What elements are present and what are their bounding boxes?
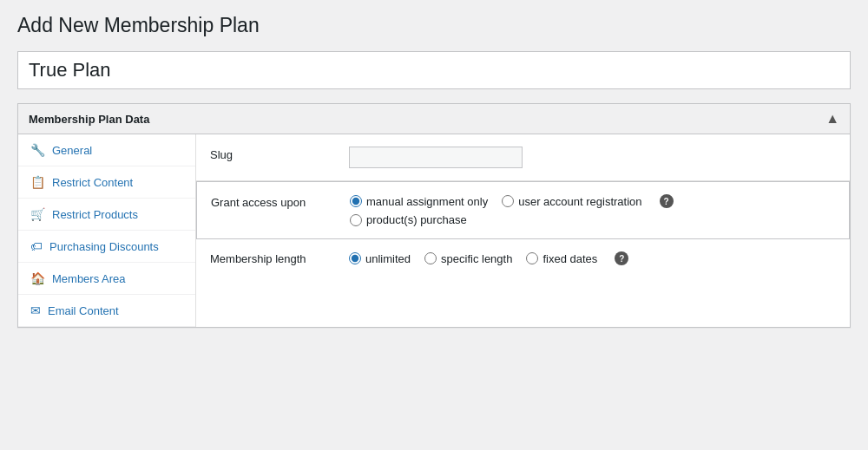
grant-manual-label: manual assignment only bbox=[366, 195, 488, 208]
length-specific-option[interactable]: specific length bbox=[424, 252, 512, 265]
grant-purchase-radio[interactable] bbox=[350, 214, 362, 226]
grant-access-inner: Grant access upon manual assignment only… bbox=[211, 194, 835, 226]
grant-access-label: Grant access upon bbox=[211, 194, 350, 209]
metabox-body: 🔧 General 📋 Restrict Content 🛒 Restrict … bbox=[18, 134, 850, 327]
length-options: unlimited specific length fixed dates ? bbox=[349, 251, 628, 265]
sidebar-item-purchasing-discounts[interactable]: 🏷 Purchasing Discounts bbox=[18, 231, 195, 263]
grant-registration-label: user account registration bbox=[518, 195, 641, 208]
slug-input[interactable] bbox=[349, 147, 523, 168]
grant-access-help-icon[interactable]: ? bbox=[660, 194, 674, 208]
members-area-icon: 🏠 bbox=[30, 271, 45, 285]
sidebar-item-members-area[interactable]: 🏠 Members Area bbox=[18, 263, 195, 295]
sidebar-item-restrict-products[interactable]: 🛒 Restrict Products bbox=[18, 199, 195, 231]
plan-name-input[interactable]: True Plan bbox=[17, 51, 851, 89]
membership-length-label: Membership length bbox=[210, 252, 349, 265]
metabox-toggle-icon[interactable]: ▲ bbox=[825, 111, 839, 127]
membership-length-row: Membership length unlimited specific len… bbox=[196, 239, 850, 277]
grant-access-options: manual assignment only user account regi… bbox=[350, 194, 835, 226]
slug-row: Slug bbox=[196, 134, 850, 181]
metabox-title: Membership Plan Data bbox=[29, 113, 149, 126]
sidebar-nav: 🔧 General 📋 Restrict Content 🛒 Restrict … bbox=[18, 134, 196, 327]
grant-manual-radio[interactable] bbox=[350, 195, 362, 207]
sidebar-item-restrict-content[interactable]: 📋 Restrict Content bbox=[18, 166, 195, 199]
grant-access-row1: manual assignment only user account regi… bbox=[350, 194, 835, 208]
general-panel: Slug Grant access upon manual as bbox=[196, 134, 850, 327]
restrict-products-icon: 🛒 bbox=[30, 207, 45, 221]
purchasing-discounts-icon: 🏷 bbox=[30, 239, 43, 253]
grant-manual-option[interactable]: manual assignment only bbox=[350, 195, 488, 208]
grant-access-row2: product(s) purchase bbox=[350, 213, 835, 226]
metabox: Membership Plan Data ▲ 🔧 General 📋 Restr… bbox=[17, 103, 851, 328]
length-unlimited-option[interactable]: unlimited bbox=[349, 252, 411, 265]
grant-registration-option[interactable]: user account registration bbox=[502, 195, 641, 208]
general-icon: 🔧 bbox=[30, 143, 45, 157]
sidebar-item-purchasing-discounts-label: Purchasing Discounts bbox=[49, 240, 159, 253]
sidebar-item-general-label: General bbox=[52, 144, 92, 157]
page-wrapper: Add New Membership Plan True Plan Member… bbox=[0, 0, 868, 342]
length-fixed-option[interactable]: fixed dates bbox=[526, 252, 597, 265]
grant-access-box: Grant access upon manual assignment only… bbox=[196, 181, 850, 239]
length-unlimited-radio[interactable] bbox=[349, 252, 361, 264]
length-specific-label: specific length bbox=[441, 252, 512, 265]
sidebar-item-restrict-content-label: Restrict Content bbox=[52, 176, 133, 189]
length-fixed-radio[interactable] bbox=[526, 252, 538, 264]
sidebar-item-email-content-label: Email Content bbox=[48, 304, 119, 317]
sidebar-item-members-area-label: Members Area bbox=[52, 272, 126, 285]
slug-field bbox=[349, 147, 836, 168]
length-fixed-label: fixed dates bbox=[542, 252, 597, 265]
length-help-icon[interactable]: ? bbox=[615, 251, 628, 265]
sidebar-item-general[interactable]: 🔧 General bbox=[18, 134, 195, 166]
sidebar-item-restrict-products-label: Restrict Products bbox=[52, 208, 138, 221]
slug-label: Slug bbox=[210, 147, 349, 161]
grant-purchase-option[interactable]: product(s) purchase bbox=[350, 213, 835, 226]
sidebar-item-email-content[interactable]: ✉ Email Content bbox=[18, 295, 195, 327]
length-specific-radio[interactable] bbox=[424, 252, 437, 264]
page-title: Add New Membership Plan bbox=[17, 14, 851, 37]
email-content-icon: ✉ bbox=[30, 303, 41, 317]
grant-purchase-label: product(s) purchase bbox=[366, 213, 467, 226]
grant-registration-radio[interactable] bbox=[502, 195, 514, 207]
restrict-content-icon: 📋 bbox=[30, 175, 45, 189]
length-unlimited-label: unlimited bbox=[365, 252, 411, 265]
metabox-header[interactable]: Membership Plan Data ▲ bbox=[18, 104, 850, 134]
